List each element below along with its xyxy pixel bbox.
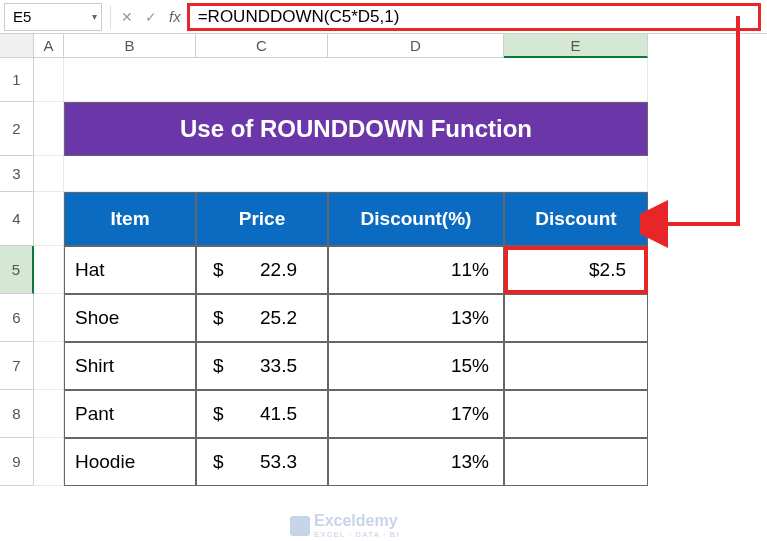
cell-pct-0[interactable]: 11% xyxy=(328,246,504,294)
cell-A5[interactable] xyxy=(34,246,64,294)
col-header-E[interactable]: E xyxy=(504,34,648,58)
row-4: 4 Item Price Discount(%) Discount xyxy=(0,192,767,246)
price-value: 22.9 xyxy=(260,259,317,281)
confirm-icon[interactable]: ✓ xyxy=(139,5,163,29)
fx-icon[interactable]: fx xyxy=(169,8,181,25)
header-price[interactable]: Price xyxy=(196,192,328,246)
cell-A2[interactable] xyxy=(34,102,64,156)
cell-item-1[interactable]: Shoe xyxy=(64,294,196,342)
cell-A4[interactable] xyxy=(34,192,64,246)
cell-discount-3[interactable] xyxy=(504,390,648,438)
title-banner[interactable]: Use of ROUNDDOWN Function xyxy=(64,102,648,156)
watermark-icon xyxy=(290,516,310,536)
cell-A3[interactable] xyxy=(34,156,64,192)
divider xyxy=(110,5,111,29)
row-6: 6 Shoe $25.2 13% xyxy=(0,294,767,342)
cell-discount-1[interactable] xyxy=(504,294,648,342)
cell-pct-1[interactable]: 13% xyxy=(328,294,504,342)
watermark: Exceldemy EXCEL · DATA · BI xyxy=(290,512,400,539)
watermark-text: Exceldemy xyxy=(314,512,398,529)
cell-range-B1E1[interactable] xyxy=(64,58,648,102)
formula-input[interactable]: =ROUNDDOWN(C5*D5,1) xyxy=(187,3,761,31)
price-value: 25.2 xyxy=(260,307,317,329)
cell-price-3[interactable]: $41.5 xyxy=(196,390,328,438)
currency-symbol: $ xyxy=(207,307,224,329)
col-header-B[interactable]: B xyxy=(64,34,196,58)
title-text: Use of ROUNDDOWN Function xyxy=(180,115,532,143)
cell-pct-3[interactable]: 17% xyxy=(328,390,504,438)
currency-symbol: $ xyxy=(207,403,224,425)
header-discount-pct[interactable]: Discount(%) xyxy=(328,192,504,246)
cell-A6[interactable] xyxy=(34,294,64,342)
name-box[interactable]: E5 ▾ xyxy=(4,3,102,31)
row-header-4[interactable]: 4 xyxy=(0,192,34,246)
cell-price-2[interactable]: $33.5 xyxy=(196,342,328,390)
select-all-corner[interactable] xyxy=(0,34,34,58)
row-8: 8 Pant $41.5 17% xyxy=(0,390,767,438)
watermark-subtext: EXCEL · DATA · BI xyxy=(314,530,400,539)
cell-item-4[interactable]: Hoodie xyxy=(64,438,196,486)
cell-discount-2[interactable] xyxy=(504,342,648,390)
cell-item-0[interactable]: Hat xyxy=(64,246,196,294)
row-header-9[interactable]: 9 xyxy=(0,438,34,486)
column-headers: A B C D E xyxy=(0,34,767,58)
row-3: 3 xyxy=(0,156,767,192)
header-item[interactable]: Item xyxy=(64,192,196,246)
price-value: 53.3 xyxy=(260,451,317,473)
col-header-C[interactable]: C xyxy=(196,34,328,58)
cell-item-3[interactable]: Pant xyxy=(64,390,196,438)
cell-pct-2[interactable]: 15% xyxy=(328,342,504,390)
formula-text: =ROUNDDOWN(C5*D5,1) xyxy=(198,7,400,27)
row-header-6[interactable]: 6 xyxy=(0,294,34,342)
header-discount[interactable]: Discount xyxy=(504,192,648,246)
row-header-1[interactable]: 1 xyxy=(0,58,34,102)
cell-discount-4[interactable] xyxy=(504,438,648,486)
cell-price-4[interactable]: $53.3 xyxy=(196,438,328,486)
name-box-value: E5 xyxy=(13,8,31,25)
cancel-icon[interactable]: ✕ xyxy=(115,5,139,29)
chevron-down-icon[interactable]: ▾ xyxy=(92,11,97,22)
formula-bar: E5 ▾ ✕ ✓ fx =ROUNDDOWN(C5*D5,1) xyxy=(0,0,767,34)
row-header-8[interactable]: 8 xyxy=(0,390,34,438)
row-header-5[interactable]: 5 xyxy=(0,246,34,294)
cell-price-1[interactable]: $25.2 xyxy=(196,294,328,342)
price-value: 41.5 xyxy=(260,403,317,425)
row-2: 2 Use of ROUNDDOWN Function xyxy=(0,102,767,156)
col-header-D[interactable]: D xyxy=(328,34,504,58)
price-value: 33.5 xyxy=(260,355,317,377)
currency-symbol: $ xyxy=(207,355,224,377)
cell-A8[interactable] xyxy=(34,390,64,438)
cell-discount-0[interactable]: $2.5 xyxy=(504,246,648,294)
spreadsheet-grid: A B C D E 1 2 Use of ROUNDDOWN Function … xyxy=(0,34,767,486)
cell-A1[interactable] xyxy=(34,58,64,102)
row-header-7[interactable]: 7 xyxy=(0,342,34,390)
currency-symbol: $ xyxy=(207,259,224,281)
row-header-3[interactable]: 3 xyxy=(0,156,34,192)
row-7: 7 Shirt $33.5 15% xyxy=(0,342,767,390)
cell-A7[interactable] xyxy=(34,342,64,390)
row-1: 1 xyxy=(0,58,767,102)
col-header-A[interactable]: A xyxy=(34,34,64,58)
cell-price-0[interactable]: $22.9 xyxy=(196,246,328,294)
cell-pct-4[interactable]: 13% xyxy=(328,438,504,486)
cell-A9[interactable] xyxy=(34,438,64,486)
cell-item-2[interactable]: Shirt xyxy=(64,342,196,390)
currency-symbol: $ xyxy=(207,451,224,473)
cell-range-B3E3[interactable] xyxy=(64,156,648,192)
row-9: 9 Hoodie $53.3 13% xyxy=(0,438,767,486)
row-5: 5 Hat $22.9 11% $2.5 xyxy=(0,246,767,294)
row-header-2[interactable]: 2 xyxy=(0,102,34,156)
